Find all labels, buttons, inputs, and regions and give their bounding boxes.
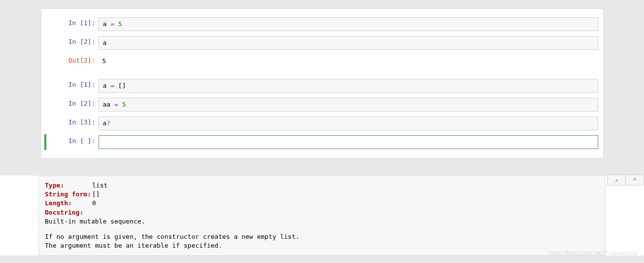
docstring-line-1: Built-in mutable sequence.: [45, 217, 599, 226]
info-length-row: Length: 0: [45, 199, 599, 208]
prompt-in-active: In [ ]:: [46, 135, 99, 149]
info-stringform-value: []: [92, 190, 100, 199]
code-input-5[interactable]: a?: [99, 116, 598, 130]
info-length-label: Length:: [45, 199, 92, 208]
info-length-value: 0: [92, 199, 96, 208]
info-type-label: Type:: [45, 181, 92, 190]
info-panel-wrapper: ↗ × Type: list String form: [] Length: 0…: [0, 176, 644, 256]
notebook-container: In [1]: a = 5 In [2]: a Out[2]: 5 In [1]…: [41, 9, 603, 158]
docstring-line-2: If no argument is given, the constructor…: [45, 232, 599, 241]
code-input-2[interactable]: a: [99, 36, 598, 50]
input-cell-3[interactable]: In [1]: a = []: [46, 78, 598, 94]
prompt-in-1: In [1]:: [46, 17, 99, 31]
input-cell-1[interactable]: In [1]: a = 5: [46, 16, 598, 32]
info-docstring-label: Docstring:: [45, 208, 83, 217]
info-stringform-label: String form:: [45, 190, 92, 199]
info-type-value: list: [92, 181, 107, 190]
code-input-4[interactable]: aa = 5: [99, 98, 598, 112]
prompt-in-3: In [1]:: [46, 79, 99, 93]
info-docstring-row: Docstring:: [45, 208, 599, 217]
prompt-in-4: In [2]:: [46, 98, 99, 112]
panel-buttons: ↗ ×: [608, 175, 644, 186]
output-value-2: 5: [99, 55, 598, 67]
code-input-3[interactable]: a = []: [99, 79, 598, 93]
input-cell-active[interactable]: In [ ]:: [44, 134, 598, 150]
close-icon: ×: [633, 177, 636, 184]
docstring-line-3: The argument must be an iterable if spec…: [45, 241, 599, 250]
info-panel: Type: list String form: [] Length: 0 Doc…: [38, 176, 606, 256]
prompt-out-2: Out[2]:: [46, 55, 99, 67]
input-cell-2[interactable]: In [2]: a: [46, 35, 598, 51]
input-cell-4[interactable]: In [2]: aa = 5: [46, 97, 598, 113]
prompt-in-5: In [3]:: [46, 116, 99, 130]
code-input-1[interactable]: a = 5: [99, 17, 598, 31]
prompt-in-2: In [2]:: [46, 36, 99, 50]
output-cell-2: Out[2]: 5: [46, 54, 598, 68]
info-type-row: Type: list: [45, 181, 599, 190]
code-input-active[interactable]: [99, 135, 598, 149]
input-cell-5[interactable]: In [3]: a?: [46, 115, 598, 131]
expand-button[interactable]: ↗: [607, 175, 626, 186]
expand-icon: ↗: [614, 177, 618, 184]
info-stringform-row: String form: []: [45, 190, 599, 199]
close-button[interactable]: ×: [625, 175, 644, 186]
